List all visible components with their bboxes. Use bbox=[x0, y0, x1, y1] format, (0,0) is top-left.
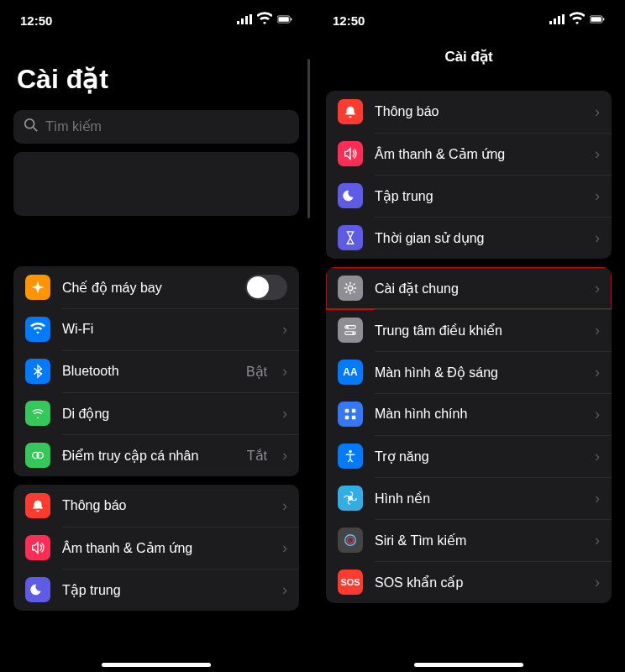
svg-point-7 bbox=[25, 119, 34, 129]
row-sos[interactable]: SOS SOS khẩn cấp › bbox=[326, 561, 612, 603]
bluetooth-icon bbox=[25, 359, 50, 384]
row-control-center[interactable]: Trung tâm điều khiển › bbox=[326, 309, 612, 351]
row-label: Bluetooth bbox=[62, 364, 234, 379]
gear-icon bbox=[338, 276, 363, 301]
row-label: Âm thanh & Cảm ứng bbox=[375, 146, 583, 162]
row-label: Chế độ máy bay bbox=[62, 280, 234, 296]
sos-icon: SOS bbox=[338, 570, 363, 595]
svg-rect-23 bbox=[345, 409, 349, 413]
speaker-icon bbox=[338, 141, 363, 166]
row-focus[interactable]: Tập trung › bbox=[326, 175, 612, 217]
svg-rect-3 bbox=[249, 14, 252, 24]
scrollbar[interactable] bbox=[307, 59, 310, 218]
search-icon bbox=[24, 118, 39, 136]
svg-line-8 bbox=[34, 128, 38, 132]
chevron-icon: › bbox=[282, 405, 287, 423]
row-notifications[interactable]: Thông báo › bbox=[13, 485, 299, 527]
page-title: Cài đặt bbox=[0, 38, 312, 105]
moon-icon bbox=[25, 577, 50, 602]
svg-point-18 bbox=[348, 286, 352, 290]
chevron-icon: › bbox=[595, 280, 600, 297]
row-bluetooth[interactable]: Bluetooth Bật › bbox=[13, 350, 299, 392]
chevron-icon: › bbox=[595, 532, 600, 549]
svg-rect-0 bbox=[237, 21, 239, 24]
accessibility-icon bbox=[338, 444, 363, 469]
search-bar[interactable] bbox=[13, 110, 299, 144]
row-value: Bật bbox=[246, 364, 267, 380]
row-display[interactable]: AA Màn hình & Độ sáng › bbox=[326, 351, 612, 393]
row-screentime[interactable]: Thời gian sử dụng › bbox=[326, 217, 612, 259]
bell-icon bbox=[25, 493, 50, 518]
svg-rect-17 bbox=[603, 18, 604, 21]
status-time: 12:50 bbox=[333, 13, 365, 28]
row-general[interactable]: Cài đặt chung › bbox=[326, 267, 612, 309]
status-bar: 12:50 bbox=[312, 0, 625, 38]
row-siri[interactable]: Siri & Tìm kiếm › bbox=[326, 519, 612, 561]
chevron-icon: › bbox=[595, 322, 600, 339]
chevron-icon: › bbox=[282, 539, 287, 557]
svg-rect-14 bbox=[562, 14, 565, 24]
nav-title: Cài đặt bbox=[312, 38, 625, 82]
speaker-icon bbox=[25, 535, 50, 560]
row-label: Di động bbox=[62, 406, 270, 422]
bell-icon bbox=[338, 99, 363, 124]
chevron-icon: › bbox=[595, 103, 600, 121]
wifi-icon bbox=[257, 12, 272, 29]
row-value: Tắt bbox=[247, 448, 267, 464]
profile-card[interactable] bbox=[13, 152, 299, 216]
svg-rect-12 bbox=[554, 18, 556, 24]
moon-icon bbox=[338, 183, 363, 208]
row-accessibility[interactable]: Trợ năng › bbox=[326, 435, 612, 477]
row-sounds[interactable]: Âm thanh & Cảm ứng › bbox=[13, 527, 299, 569]
row-label: Trợ năng bbox=[375, 449, 583, 465]
row-cellular[interactable]: Di động › bbox=[13, 392, 299, 434]
row-wifi[interactable]: Wi-Fi › bbox=[13, 308, 299, 350]
svg-rect-13 bbox=[558, 16, 560, 24]
row-wallpaper[interactable]: Hình nền › bbox=[326, 477, 612, 519]
row-label: Màn hình chính bbox=[375, 407, 583, 422]
svg-point-27 bbox=[349, 450, 352, 454]
row-hotspot[interactable]: Điểm truy cập cá nhân Tắt › bbox=[13, 434, 299, 476]
svg-point-29 bbox=[345, 535, 356, 546]
status-time: 12:50 bbox=[20, 13, 52, 28]
status-bar: 12:50 bbox=[0, 0, 312, 38]
siri-icon bbox=[338, 528, 363, 553]
airplane-icon bbox=[25, 275, 50, 300]
row-label: Điểm truy cập cá nhân bbox=[62, 448, 235, 464]
airplane-toggle[interactable] bbox=[245, 275, 287, 300]
row-airplane[interactable]: Chế độ máy bay bbox=[13, 266, 299, 308]
settings-group-notifications: Thông báo › Âm thanh & Cảm ứng › Tập tru… bbox=[13, 485, 299, 611]
cellular-icon bbox=[25, 401, 50, 426]
svg-rect-2 bbox=[245, 16, 248, 24]
row-home-screen[interactable]: Màn hình chính › bbox=[326, 393, 612, 435]
svg-rect-24 bbox=[352, 409, 356, 413]
grid-icon bbox=[338, 402, 363, 427]
row-sounds[interactable]: Âm thanh & Cảm ứng › bbox=[326, 133, 612, 175]
search-input[interactable] bbox=[45, 119, 289, 134]
svg-rect-11 bbox=[549, 21, 552, 24]
svg-rect-6 bbox=[291, 18, 291, 21]
chevron-icon: › bbox=[282, 497, 287, 515]
home-indicator[interactable] bbox=[414, 663, 523, 667]
home-indicator[interactable] bbox=[102, 663, 211, 667]
status-icons bbox=[237, 12, 292, 29]
wifi-icon bbox=[570, 12, 585, 29]
signal-icon bbox=[237, 12, 252, 29]
chevron-icon: › bbox=[595, 406, 600, 423]
chevron-icon: › bbox=[595, 145, 600, 163]
row-label: Hình nền bbox=[375, 491, 583, 507]
chevron-icon: › bbox=[595, 187, 600, 205]
row-notifications[interactable]: Thông báo › bbox=[326, 91, 612, 133]
svg-rect-26 bbox=[352, 416, 356, 420]
chevron-icon: › bbox=[595, 574, 600, 591]
status-icons bbox=[549, 12, 605, 29]
chevron-icon: › bbox=[595, 364, 600, 381]
row-focus[interactable]: Tập trung › bbox=[13, 569, 299, 611]
row-label: Wi-Fi bbox=[62, 322, 270, 337]
row-label: Thông báo bbox=[62, 498, 270, 513]
row-label: Thời gian sử dụng bbox=[375, 230, 583, 246]
chevron-icon: › bbox=[595, 229, 600, 247]
chevron-icon: › bbox=[282, 363, 287, 381]
settings-group-general: Cài đặt chung › Trung tâm điều khiển › A… bbox=[326, 267, 612, 603]
wifi-icon bbox=[25, 317, 50, 342]
